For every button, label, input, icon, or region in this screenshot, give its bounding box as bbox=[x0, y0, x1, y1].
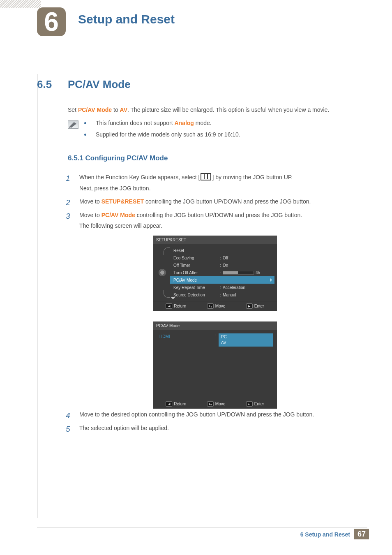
note-text: mode. bbox=[194, 120, 212, 126]
osd-hints: Return Move Enter bbox=[153, 301, 277, 311]
colon: : bbox=[219, 263, 223, 268]
chapter-title: Setup and Reset bbox=[78, 12, 175, 26]
osd-title: PC/AV Mode bbox=[153, 321, 277, 330]
step-text: Next, press the JOG button. bbox=[79, 185, 151, 192]
slider-fill bbox=[223, 271, 238, 274]
osd-row-eco-saving: Eco Saving : Off bbox=[172, 254, 273, 261]
hint-label: Move bbox=[215, 402, 225, 406]
step-text: controlling the JOG button UP/DOWN and p… bbox=[144, 198, 311, 205]
chevron-right-icon bbox=[270, 278, 272, 282]
step-text: The selected option will be applied. bbox=[79, 425, 169, 431]
enter-icon bbox=[246, 303, 253, 309]
step-text: The following screen will appear. bbox=[79, 222, 162, 229]
step-highlight: SETUP&RESET bbox=[101, 198, 144, 205]
osd-row-off-timer: Off Timer : On bbox=[172, 261, 273, 269]
osd-value-text: 4h bbox=[256, 271, 260, 275]
return-icon bbox=[166, 303, 172, 309]
step-text: Move to bbox=[79, 198, 101, 205]
bullet-icon bbox=[84, 134, 86, 136]
note-item: This function does not support Analog mo… bbox=[84, 120, 355, 126]
osd-body: Reset Eco Saving : Off Off Timer : On Tu… bbox=[153, 244, 277, 301]
osd-option-pc: PC bbox=[221, 334, 270, 340]
osd-value: Acceleration bbox=[223, 285, 271, 290]
step-text: by moving the JOG button UP. bbox=[214, 174, 293, 180]
chapter-number-badge: 6 bbox=[37, 7, 66, 36]
osd-body: HDMI : PC AV bbox=[153, 330, 277, 399]
osd-row-source-detection: Source Detection : Manual bbox=[172, 291, 273, 298]
osd-option-av: AV bbox=[221, 340, 270, 346]
note-item: Supplied for the wide models only such a… bbox=[84, 131, 355, 138]
osd-row-reset: Reset bbox=[172, 247, 273, 254]
step-3: 3 Move to PC/AV Mode controlling the JOG… bbox=[66, 210, 355, 231]
page-footer: 6 Setup and Reset 67 bbox=[0, 527, 392, 539]
step-text: Move to bbox=[79, 212, 101, 218]
osd-value: On bbox=[223, 263, 271, 268]
osd-label: Key Repeat Time bbox=[173, 285, 219, 290]
colon: : bbox=[215, 333, 217, 338]
osd-menu-setup-reset: SETUP&RESET Reset Eco Saving : Off Off T… bbox=[153, 236, 277, 311]
footer-chapter-label: 6 Setup and Reset bbox=[300, 531, 350, 538]
hint-enter: Enter bbox=[246, 401, 264, 407]
hint-label: Enter bbox=[254, 304, 264, 308]
osd-label: Eco Saving bbox=[173, 256, 219, 260]
menu-icon bbox=[201, 173, 211, 180]
step-text: Move to the desired option controlling t… bbox=[79, 411, 314, 418]
osd-label: Source Detection bbox=[173, 293, 219, 297]
hint-enter: Enter bbox=[246, 303, 264, 309]
section-intro: Set PC/AV Mode to AV. The picture size w… bbox=[68, 106, 355, 114]
slider bbox=[223, 271, 254, 275]
step-number: 3 bbox=[66, 209, 70, 224]
section-number: 6.5 bbox=[37, 78, 52, 91]
osd-row-pcav-mode-selected: PC/AV Mode bbox=[170, 276, 274, 284]
osd-label: Turn Off After bbox=[173, 271, 219, 275]
colon: : bbox=[219, 285, 223, 290]
subsection-title: 6.5.1 Configuring PC/AV Mode bbox=[68, 154, 168, 162]
hint-label: Return bbox=[174, 304, 186, 308]
note-list: This function does not support Analog mo… bbox=[84, 120, 355, 143]
colon: : bbox=[219, 256, 223, 260]
hint-label: Return bbox=[174, 402, 186, 406]
footer-rule bbox=[37, 527, 367, 528]
osd-hints: Return Move Enter bbox=[153, 399, 277, 409]
steps-list-lower: 4 Move to the desired option controlling… bbox=[66, 409, 355, 436]
step-1: 1 When the Function Key Guide appears, s… bbox=[66, 172, 355, 194]
colon: : bbox=[219, 271, 223, 275]
step-number: 4 bbox=[66, 408, 70, 423]
step-text: controlling the JOG button UP/DOWN and p… bbox=[135, 212, 302, 218]
hint-return: Return bbox=[166, 401, 186, 407]
step-highlight: PC/AV Mode bbox=[101, 212, 135, 218]
step-2: 2 Move to SETUP&RESET controlling the JO… bbox=[66, 196, 355, 207]
step-4: 4 Move to the desired option controlling… bbox=[66, 409, 355, 420]
note-text: Supplied for the wide models only such a… bbox=[96, 131, 240, 138]
bullet-icon bbox=[84, 122, 86, 124]
gear-icon bbox=[159, 269, 166, 276]
intro-text: to bbox=[112, 106, 120, 113]
hint-move: Move bbox=[207, 303, 225, 309]
page: 6 Setup and Reset 6.5 PC/AV Mode Set PC/… bbox=[0, 0, 392, 555]
enter-icon bbox=[246, 401, 253, 407]
osd-value: 4h bbox=[223, 271, 271, 275]
hint-move: Move bbox=[207, 401, 225, 407]
osd-row-key-repeat: Key Repeat Time : Acceleration bbox=[172, 284, 273, 291]
hint-label: Move bbox=[215, 304, 225, 308]
osd-row-turn-off-after: Turn Off After : 4h bbox=[172, 269, 273, 276]
intro-highlight-av: AV bbox=[120, 106, 127, 113]
osd-label: Reset bbox=[173, 248, 219, 253]
note-icon bbox=[68, 120, 78, 129]
intro-text: Set bbox=[68, 106, 78, 113]
steps-list: 1 When the Function Key Guide appears, s… bbox=[66, 172, 355, 234]
note-highlight-analog: Analog bbox=[174, 120, 194, 126]
hint-label: Enter bbox=[254, 402, 264, 406]
intro-highlight-pcav: PC/AV Mode bbox=[78, 106, 112, 113]
move-icon bbox=[207, 303, 214, 309]
side-rule bbox=[37, 74, 38, 518]
step-number: 5 bbox=[66, 422, 70, 437]
osd-label: PC/AV Mode bbox=[173, 278, 219, 282]
chevron-down-icon bbox=[171, 297, 175, 299]
intro-text: . The picture size will be enlarged. Thi… bbox=[127, 106, 329, 113]
osd-value: Manual bbox=[223, 293, 271, 297]
hint-return: Return bbox=[166, 303, 186, 309]
move-icon bbox=[207, 401, 214, 407]
page-number: 67 bbox=[354, 529, 369, 539]
return-icon bbox=[166, 401, 172, 407]
